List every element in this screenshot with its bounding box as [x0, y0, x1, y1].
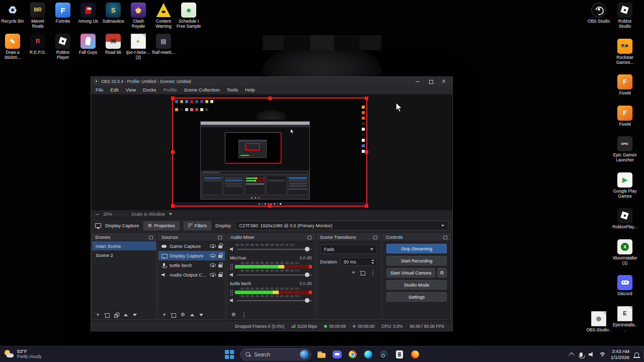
desktop-icon-marvel-rivals[interactable]: MRMarvel Rivals: [25, 3, 50, 29]
desktop-icon-content-warning[interactable]: Content Warning: [151, 3, 176, 29]
resize-handle-w[interactable]: [171, 150, 175, 154]
maximize-button[interactable]: [428, 79, 433, 84]
button-settings[interactable]: Settings: [386, 292, 447, 302]
desktop-icon-road-96[interactable]: 96Road 96: [101, 34, 126, 60]
add-transition-button[interactable]: +: [352, 269, 355, 276]
add-source-button[interactable]: +: [163, 312, 166, 318]
desktop-icon-fivem[interactable]: FFiveM: [612, 106, 637, 127]
resize-handle-se[interactable]: [365, 204, 368, 208]
microphone-tray-icon[interactable]: [580, 352, 583, 357]
menu-docks[interactable]: Docks: [139, 85, 159, 94]
button-start-virtual-camera[interactable]: Start Virtual Camera: [386, 268, 435, 278]
menu-profile[interactable]: Profile: [160, 85, 181, 94]
transition-select[interactable]: Fade: [320, 244, 377, 254]
desktop-icon-r-e-p-o[interactable]: RR.E.P.O.: [25, 34, 50, 60]
desktop-icon-google-play-games[interactable]: ▶Google Play Games: [612, 172, 637, 199]
menu-tools[interactable]: Tools: [223, 85, 242, 94]
source-item-audio-output-cap[interactable]: Audio Output Cap...: [158, 270, 225, 280]
visibility-icon[interactable]: [210, 273, 216, 277]
desktop-icon-discord[interactable]: Discord: [612, 275, 637, 296]
volume-slider[interactable]: [237, 300, 312, 301]
start-button[interactable]: [223, 348, 235, 360]
dock-popout-icon[interactable]: [218, 236, 222, 239]
visibility-icon[interactable]: [210, 244, 216, 248]
desktop-icon-schedule-i-free-sample[interactable]: ♣Schedule I Free Sample: [176, 3, 201, 29]
dock-popout-icon[interactable]: [149, 236, 153, 239]
add-scene-button[interactable]: +: [96, 312, 100, 318]
source-item-display-capture[interactable]: Display Capture: [158, 251, 225, 260]
close-button[interactable]: [441, 79, 446, 84]
volume-slider-handle[interactable]: [305, 298, 309, 303]
mixer-menu-icon[interactable]: ⋮: [241, 312, 247, 318]
duration-input[interactable]: 50 ms: [340, 257, 377, 266]
desktop-icon-tjoc-r-beta-2[interactable]: ▸tjoc-r-beta-... (2): [126, 34, 151, 60]
source-properties-button[interactable]: ⚙: [181, 312, 185, 317]
remove-transition-button[interactable]: [360, 270, 365, 275]
menu-view[interactable]: View: [122, 85, 139, 94]
remove-scene-button[interactable]: [105, 313, 109, 317]
desktop-icon-fortnite[interactable]: FFortnite: [50, 3, 75, 29]
properties-button[interactable]: ⚙ Properties: [143, 221, 180, 230]
notification-bell-icon[interactable]: [634, 352, 639, 357]
dock-popout-icon[interactable]: [307, 236, 311, 239]
search-input[interactable]: [254, 352, 292, 357]
resize-handle-ne[interactable]: [365, 97, 368, 100]
transition-menu-icon[interactable]: ⋮: [370, 269, 376, 276]
scale-mode-select[interactable]: Scale to Window: [131, 212, 165, 217]
visibility-icon[interactable]: [210, 254, 216, 257]
move-source-up-button[interactable]: [190, 314, 194, 316]
lock-icon[interactable]: [218, 255, 222, 258]
remove-source-button[interactable]: [171, 313, 176, 317]
visibility-icon[interactable]: [210, 263, 216, 267]
minimize-button[interactable]: [415, 79, 420, 84]
discord-icon[interactable]: [332, 349, 343, 360]
desktop-icon-rockstar-games[interactable]: R★Rockstar Games...: [612, 39, 637, 65]
scene-filters-button[interactable]: [114, 313, 119, 317]
tray-overflow-chevron-icon[interactable]: [569, 352, 574, 358]
move-scene-up-button[interactable]: [124, 314, 128, 316]
steam-icon[interactable]: [378, 349, 389, 360]
weather-widget[interactable]: 53°F Partly cloudy: [4, 348, 42, 359]
menu-file[interactable]: File: [92, 85, 107, 94]
desktop-icon-subnautica[interactable]: SSubnautica: [101, 3, 126, 29]
resize-handle-nw[interactable]: [171, 97, 175, 100]
volume-slider[interactable]: [237, 275, 312, 276]
desktop-icon-recycle-bin[interactable]: ♻Recycle Bin: [0, 3, 25, 29]
clock[interactable]: 3:43 AM 1/1/2026: [611, 348, 629, 360]
menu-scene-collection[interactable]: Scene Collection: [180, 85, 223, 94]
zoom-out-icon[interactable]: [96, 214, 99, 215]
epic-icon[interactable]: [394, 349, 405, 360]
desktop-icon-roblox-player[interactable]: Roblox Player: [50, 34, 75, 60]
dock-popout-icon[interactable]: [443, 236, 447, 239]
volume-slider[interactable]: [237, 249, 312, 250]
volume-slider-handle[interactable]: [305, 273, 309, 277]
advanced-audio-button[interactable]: ⚙: [231, 312, 236, 317]
folder-icon[interactable]: [316, 349, 327, 360]
preview-capture-source[interactable]: [172, 98, 367, 207]
spinner-arrows-icon[interactable]: [371, 259, 374, 264]
lock-icon[interactable]: [218, 264, 222, 267]
obs-titlebar[interactable]: OBS 32.0.4 - Profile: Untitled - Scenes:…: [91, 77, 452, 85]
source-item-game-capture[interactable]: Game Capture: [158, 241, 225, 251]
scene-item-mian-scene[interactable]: mian Scene: [92, 241, 156, 250]
search-box[interactable]: [240, 348, 311, 360]
desktop-icon-fivem[interactable]: FFiveM: [612, 74, 637, 96]
desktop-icon-robloxplay[interactable]: RobloxPlay...: [612, 208, 637, 229]
desktop-icon-epicinstalle[interactable]: EEpicInstalle...: [612, 306, 637, 332]
obs-window[interactable]: OBS 32.0.4 - Profile: Untitled - Scenes:…: [91, 76, 453, 331]
desktop-icon-clash-royale[interactable]: ♚Clash Royale: [126, 3, 151, 29]
desktop-icon-fall-guys[interactable]: Fall Guys: [75, 34, 101, 60]
menu-help[interactable]: Help: [242, 85, 259, 94]
source-item-turtle-bech[interactable]: turtle bech: [158, 260, 225, 270]
virtual-camera-config-button[interactable]: ⚙: [437, 268, 447, 278]
network-tray-icon[interactable]: [599, 352, 606, 357]
volume-slider-handle[interactable]: [305, 247, 309, 251]
desktop-icon-obs-studio[interactable]: ◎OBS-Studio..: [586, 311, 611, 332]
edge-icon[interactable]: [363, 349, 374, 360]
desktop-icon-fnaf-rewrit[interactable]: ▤fnaf-rewrit...: [151, 34, 176, 60]
desktop-icon-roblox-studio[interactable]: Roblox Studio: [612, 3, 637, 29]
resize-handle-e[interactable]: [365, 150, 368, 154]
desktop-icon-epic-games-launcher[interactable]: EPICEpic Games Launcher: [612, 136, 637, 162]
button-stop-streaming[interactable]: Stop Streaming: [386, 244, 447, 253]
lock-icon[interactable]: [218, 274, 222, 277]
